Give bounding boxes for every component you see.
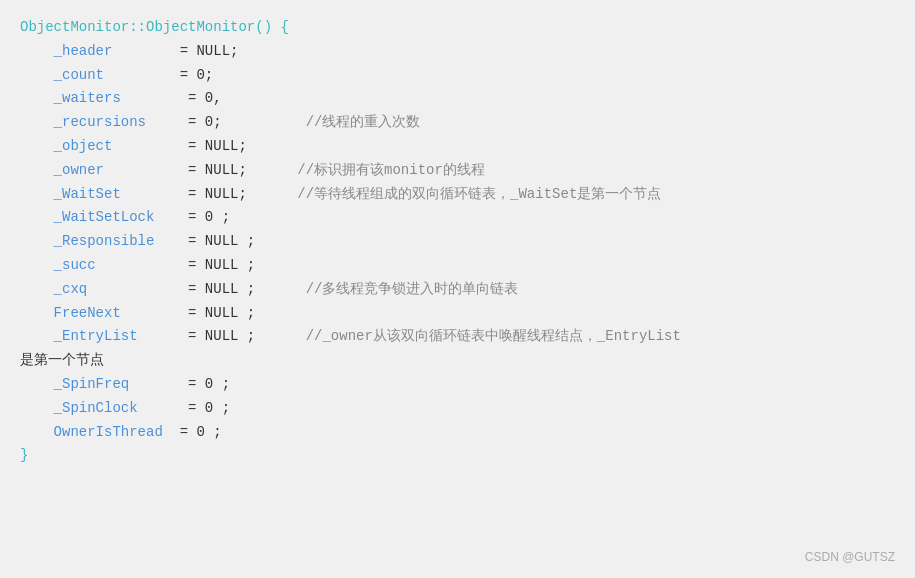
code-line: } <box>20 444 895 468</box>
code-line: _owner = NULL; //标识拥有该monitor的线程 <box>20 159 895 183</box>
code-text: = NULL ; <box>121 302 255 326</box>
code-line: 是第一个节点 <box>20 349 895 373</box>
code-text: _SpinClock <box>20 397 138 421</box>
code-text: OwnerIsThread <box>20 421 163 445</box>
code-container: ObjectMonitor::ObjectMonitor() { _header… <box>0 0 915 578</box>
code-comment: //线程的重入次数 <box>222 111 421 135</box>
code-text: = NULL; <box>112 40 238 64</box>
code-text: _succ <box>20 254 96 278</box>
code-text: = 0; <box>146 111 222 135</box>
code-text: _header <box>20 40 112 64</box>
code-text: } <box>20 444 28 468</box>
code-text: = NULL; <box>104 159 247 183</box>
code-comment: //标识拥有该monitor的线程 <box>247 159 485 183</box>
code-text: = NULL ; <box>87 278 255 302</box>
code-text: = 0, <box>121 87 222 111</box>
code-text: = 0 ; <box>163 421 222 445</box>
code-line: OwnerIsThread = 0 ; <box>20 421 895 445</box>
code-text: _WaitSet <box>20 183 121 207</box>
code-text: 是第一个节点 <box>20 349 104 373</box>
code-text: _count <box>20 64 104 88</box>
code-text: = NULL ; <box>96 254 256 278</box>
code-line: _Responsible = NULL ; <box>20 230 895 254</box>
code-line: _EntryList = NULL ; //_owner从该双向循环链表中唤醒线… <box>20 325 895 349</box>
code-text: = NULL ; <box>154 230 255 254</box>
code-line: FreeNext = NULL ; <box>20 302 895 326</box>
code-line: _waiters = 0, <box>20 87 895 111</box>
code-text: _WaitSetLock <box>20 206 154 230</box>
code-line: _header = NULL; <box>20 40 895 64</box>
code-line: _object = NULL; <box>20 135 895 159</box>
code-comment: //等待线程组成的双向循环链表，_WaitSet是第一个节点 <box>247 183 661 207</box>
code-line: _WaitSet = NULL; //等待线程组成的双向循环链表，_WaitSe… <box>20 183 895 207</box>
code-line: _cxq = NULL ; //多线程竞争锁进入时的单向链表 <box>20 278 895 302</box>
code-text: _SpinFreq <box>20 373 129 397</box>
code-line: _WaitSetLock = 0 ; <box>20 206 895 230</box>
code-text: = NULL ; <box>138 325 256 349</box>
code-line: _recursions = 0; //线程的重入次数 <box>20 111 895 135</box>
code-line: ObjectMonitor::ObjectMonitor() { <box>20 16 895 40</box>
code-text: _owner <box>20 159 104 183</box>
code-comment: //_owner从该双向循环链表中唤醒线程结点，_EntryList <box>255 325 681 349</box>
code-text: = 0 ; <box>138 397 230 421</box>
code-text: _recursions <box>20 111 146 135</box>
code-text: _object <box>20 135 112 159</box>
code-text: = NULL; <box>121 183 247 207</box>
code-text: = 0; <box>104 64 213 88</box>
code-text: _Responsible <box>20 230 154 254</box>
code-line: _SpinClock = 0 ; <box>20 397 895 421</box>
code-text: ObjectMonitor::ObjectMonitor() { <box>20 16 289 40</box>
footer-brand: CSDN @GUTSZ <box>805 550 895 564</box>
code-text: = NULL; <box>112 135 246 159</box>
code-comment: //多线程竞争锁进入时的单向链表 <box>255 278 518 302</box>
code-line: _count = 0; <box>20 64 895 88</box>
code-line: _SpinFreq = 0 ; <box>20 373 895 397</box>
code-block: ObjectMonitor::ObjectMonitor() { _header… <box>20 16 895 468</box>
code-text: FreeNext <box>20 302 121 326</box>
code-text: _waiters <box>20 87 121 111</box>
code-line: _succ = NULL ; <box>20 254 895 278</box>
code-text: = 0 ; <box>129 373 230 397</box>
code-text: _EntryList <box>20 325 138 349</box>
code-text: = 0 ; <box>154 206 230 230</box>
code-text: _cxq <box>20 278 87 302</box>
